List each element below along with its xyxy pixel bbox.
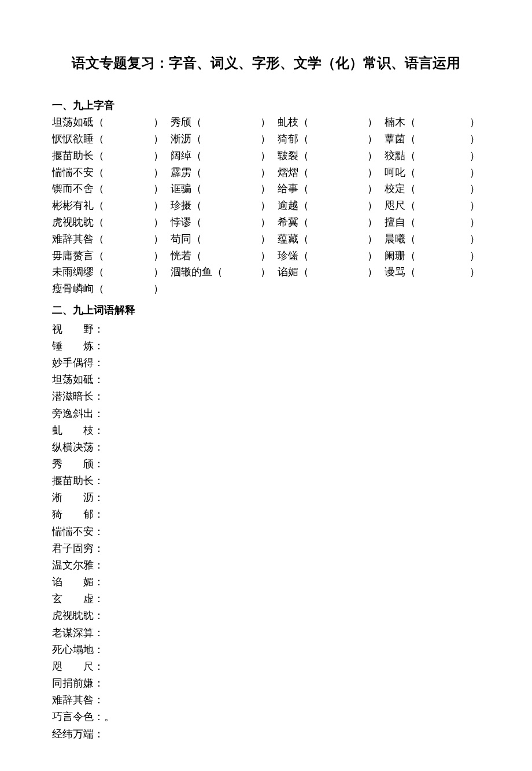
ziyin-cell: 皲裂（） <box>278 147 385 164</box>
term-row: 君子固穷： <box>52 540 480 557</box>
ziyin-cell: 擅自（） <box>385 214 480 231</box>
term-label: 谄媚 <box>52 574 114 591</box>
paren-close: ） <box>153 180 164 197</box>
ziyin-cell: 阑珊（） <box>385 248 480 264</box>
ziyin-cell: 苟同（） <box>171 231 278 248</box>
term-colon: ： <box>94 475 104 486</box>
paren-open: （ <box>94 147 104 164</box>
ziyin-cell: 恍若（） <box>171 248 278 264</box>
ziyin-term: 珍摄 <box>171 197 191 214</box>
paren-close: ） <box>260 197 271 214</box>
ziyin-cell: 熠熠（） <box>278 164 385 181</box>
term-row: 虎视眈眈： <box>52 607 480 624</box>
term-colon: ： <box>94 374 104 385</box>
paren-open: （ <box>191 248 202 264</box>
ziyin-cell: 咫尺（） <box>385 197 480 214</box>
ziyin-grid: 坦荡如砥（）秀颀（）虬枝（）楠木（）恹恹欲睡（）淅沥（）猗郁（）蕈菌（）揠苗助长… <box>52 114 480 297</box>
paren-open: （ <box>298 114 309 131</box>
term-label: 死心塌地 <box>52 641 94 658</box>
ziyin-term: 虬枝 <box>278 114 298 131</box>
ziyin-term: 逾越 <box>278 197 298 214</box>
ziyin-cell: 未雨绸缪（） <box>52 264 171 281</box>
paren-close: ） <box>367 180 378 197</box>
term-row: 妙手偶得： <box>52 355 480 371</box>
term-colon: ：。 <box>94 711 114 722</box>
paren-open: （ <box>94 164 104 181</box>
ziyin-row: 惴惴不安（）霹雳（）熠熠（）呵叱（） <box>52 164 480 181</box>
paren-open: （ <box>298 214 309 231</box>
paren-close: ） <box>153 114 164 131</box>
term-label: 猗郁 <box>52 506 114 523</box>
paren-open: （ <box>298 231 309 248</box>
ziyin-cell: 谩骂（） <box>385 264 480 281</box>
term-label: 视野 <box>52 321 114 338</box>
term-colon: ： <box>94 610 104 621</box>
paren-close: ） <box>153 147 164 164</box>
paren-close: ） <box>367 164 378 181</box>
ziyin-cell: 给事（） <box>278 180 385 197</box>
term-row: 经纬万端： <box>52 726 480 743</box>
paren-close: ） <box>260 131 271 147</box>
document-title: 语文专题复习：字音、词义、字形、文学（化）常识、语言运用 <box>52 52 480 74</box>
paren-open: （ <box>191 131 202 147</box>
paren-close: ） <box>260 180 271 197</box>
term-row: 锤炼： <box>52 338 480 355</box>
paren-close: ） <box>367 248 378 264</box>
ziyin-term: 揠苗助长 <box>52 147 94 164</box>
ziyin-term: 毋庸赘言 <box>52 248 94 264</box>
ziyin-row: 锲而不舍（）诓骗（）给事（）校定（） <box>52 180 480 197</box>
term-label: 坦荡如砥 <box>52 371 94 388</box>
ziyin-cell: 谄媚（） <box>278 264 385 281</box>
ziyin-term: 锲而不舍 <box>52 180 94 197</box>
paren-close: ） <box>260 214 271 231</box>
term-label: 虎视眈眈 <box>52 607 94 624</box>
ziyin-cell: 晨曦（） <box>385 231 480 248</box>
term-colon: ： <box>94 408 104 419</box>
paren-open: （ <box>191 197 202 214</box>
paren-close: ） <box>153 231 164 248</box>
ziyin-cell: 毋庸赘言（） <box>52 248 171 264</box>
ziyin-cell: 珍摄（） <box>171 197 278 214</box>
paren-open: （ <box>94 248 104 264</box>
term-label: 难辞其咎 <box>52 692 94 709</box>
term-row: 秀颀： <box>52 456 480 473</box>
ziyin-term: 阔绰 <box>171 147 191 164</box>
ziyin-term: 皲裂 <box>278 147 298 164</box>
term-row: 难辞其咎： <box>52 692 480 709</box>
ziyin-cell: 楠木（） <box>385 114 480 131</box>
ziyin-row: 坦荡如砥（）秀颀（）虬枝（）楠木（） <box>52 114 480 131</box>
paren-open: （ <box>94 180 104 197</box>
ziyin-term: 珍馐 <box>278 248 298 264</box>
paren-open: （ <box>298 131 309 147</box>
term-colon: ： <box>94 593 104 604</box>
section1-heading: 一、九上字音 <box>52 97 480 114</box>
paren-open: （ <box>298 197 309 214</box>
paren-close: ） <box>367 131 378 147</box>
paren-close: ） <box>470 147 480 164</box>
paren-open: （ <box>191 164 202 181</box>
ziyin-term: 涸辙的鱼 <box>171 264 212 281</box>
paren-close: ） <box>153 214 164 231</box>
term-label: 君子固穷 <box>52 540 94 557</box>
term-colon: ： <box>94 492 104 503</box>
ziyin-term: 谄媚 <box>278 264 298 281</box>
ziyin-cell: 揠苗助长（） <box>52 147 171 164</box>
ziyin-cell: 呵叱（） <box>385 164 480 181</box>
paren-close: ） <box>367 231 378 248</box>
term-row: 巧言令色：。 <box>52 709 480 725</box>
term-label: 妙手偶得 <box>52 355 94 371</box>
ziyin-term: 猗郁 <box>278 131 298 147</box>
paren-close: ） <box>470 114 480 131</box>
term-row: 纵横决荡： <box>52 439 480 456</box>
term-colon: ： <box>94 644 104 655</box>
ziyin-term: 淅沥 <box>171 131 191 147</box>
term-label: 秀颀 <box>52 456 114 473</box>
ziyin-row: 未雨绸缪（）涸辙的鱼（）谄媚（）谩骂（） <box>52 264 480 281</box>
ziyin-term: 恹恹欲睡 <box>52 131 94 147</box>
paren-open: （ <box>94 264 104 281</box>
term-row: 揠苗助长： <box>52 473 480 489</box>
term-colon: ： <box>94 677 104 689</box>
term-row: 惴惴不安： <box>52 523 480 540</box>
ziyin-cell: 蕈菌（） <box>385 131 480 147</box>
term-label: 温文尔雅 <box>52 557 94 574</box>
